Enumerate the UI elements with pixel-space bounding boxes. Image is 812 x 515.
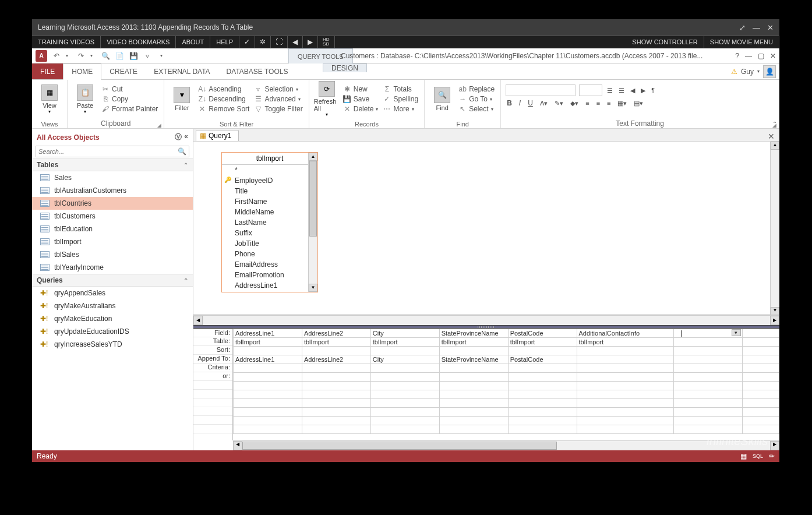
nav-table-tblyearlyincome[interactable]: tblYearlyIncome	[32, 261, 193, 274]
field-addressline1[interactable]: AddressLine1	[222, 280, 317, 291]
qbe-cell[interactable]	[302, 390, 370, 399]
qbe-cell[interactable]	[673, 329, 742, 338]
qbe-cell[interactable]	[302, 373, 370, 382]
tab-home[interactable]: HOME	[63, 64, 101, 80]
fullscreen-icon[interactable]: ⛶	[271, 36, 288, 48]
ltr-icon[interactable]: ¶	[650, 86, 656, 94]
qbe-cell[interactable]	[673, 338, 742, 347]
qbe-cell[interactable]: tblImport	[234, 338, 302, 347]
window-restore-icon[interactable]: ▢	[758, 52, 764, 60]
menu-video-bookmarks[interactable]: VIDEO BOOKMARKS	[101, 36, 176, 48]
qbe-cell[interactable]	[370, 373, 439, 382]
toggle-filter-button[interactable]: ▽Toggle Filter	[253, 104, 303, 114]
nav-section-queries[interactable]: Queries⌃	[32, 274, 193, 287]
bullets-icon[interactable]: ☰	[606, 86, 614, 95]
qbe-cell[interactable]	[508, 373, 577, 382]
nav-table-tblimport[interactable]: tblImport	[32, 235, 193, 248]
qbe-cell[interactable]	[673, 408, 742, 417]
delete-record-button[interactable]: ✕Delete ▾	[342, 104, 380, 114]
qbe-cell[interactable]	[508, 347, 577, 355]
menu-help[interactable]: HELP	[210, 36, 239, 48]
tab-design[interactable]: DESIGN	[323, 64, 367, 72]
qbe-cell[interactable]	[439, 347, 508, 355]
redo-icon[interactable]: ↷	[76, 51, 86, 61]
qbe-cell[interactable]	[302, 382, 370, 390]
qbe-cell[interactable]	[370, 364, 439, 373]
field-list-scrollbar[interactable]: ▲ ▼	[308, 153, 317, 292]
gear-icon[interactable]: ✲	[255, 36, 271, 48]
field-emailpromotion[interactable]: EmailPromotion	[222, 270, 317, 280]
qbe-cell[interactable]	[439, 399, 508, 408]
qbe-cell[interactable]	[577, 364, 673, 373]
qbe-cell[interactable]	[673, 390, 742, 399]
minimize-icon[interactable]: —	[753, 23, 760, 32]
qbe-cell[interactable]: tblImport	[577, 338, 673, 347]
qbe-cell[interactable]	[508, 390, 577, 399]
qbe-cell[interactable]	[234, 408, 302, 417]
save-record-button[interactable]: 💾Save	[342, 94, 380, 104]
qbe-cell[interactable]: City	[370, 355, 439, 364]
field-lastname[interactable]: LastName	[222, 217, 317, 228]
qbe-cell[interactable]: AddressLine2	[302, 329, 370, 338]
qbe-cell[interactable]	[508, 399, 577, 408]
save-icon[interactable]: 💾	[129, 51, 138, 61]
format-painter-button[interactable]: 🖌Format Painter	[100, 104, 159, 114]
qbe-cell[interactable]	[439, 408, 508, 417]
qbe-cell[interactable]	[673, 417, 742, 425]
redo-dropdown-icon[interactable]: ▾	[87, 51, 96, 61]
qbe-cell[interactable]	[577, 347, 673, 355]
qbe-cell[interactable]	[302, 399, 370, 408]
totals-button[interactable]: ΣTotals	[382, 84, 419, 94]
prev-icon[interactable]: ◀	[288, 36, 303, 48]
qbe-cell[interactable]: tblImport	[370, 338, 439, 347]
tab-database-tools[interactable]: DATABASE TOOLS	[218, 64, 296, 79]
qbe-cell[interactable]	[302, 364, 370, 373]
qbe-cell[interactable]	[439, 390, 508, 399]
help-icon[interactable]: ?	[735, 52, 739, 60]
select-button[interactable]: ↖Select ▾	[457, 104, 496, 114]
qbe-cell[interactable]	[234, 382, 302, 390]
user-avatar[interactable]: 👤	[763, 65, 776, 78]
indent-dec-icon[interactable]: ◀	[629, 86, 636, 95]
qbe-cell[interactable]: AdditionalContactInfo	[577, 329, 673, 338]
close-icon[interactable]: ✕	[767, 23, 774, 32]
table-tblimport[interactable]: tblImport *EmployeeIDTitleFirstNameMiddl…	[221, 152, 318, 292]
qbe-cell[interactable]	[577, 373, 673, 382]
design-view-icon[interactable]: ✏	[769, 452, 775, 460]
nav-section-tables[interactable]: Tables⌃	[32, 158, 193, 171]
qbe-cell[interactable]	[439, 373, 508, 382]
copy-button[interactable]: ⎘Copy	[100, 94, 159, 104]
hd-icon[interactable]: HDSD	[318, 36, 335, 48]
qbe-cell[interactable]	[370, 347, 439, 355]
nav-table-tblaustraliancustomers[interactable]: tblAustralianCustomers	[32, 184, 193, 197]
qbe-cell[interactable]: StateProvinceName	[439, 329, 508, 338]
user-dropdown-icon[interactable]: ▾	[757, 69, 760, 74]
fill-icon[interactable]: ◆▾	[569, 99, 580, 108]
indent-inc-icon[interactable]: ▶	[640, 86, 647, 95]
print-preview-icon[interactable]: 🔍	[101, 51, 110, 61]
remove-sort-button[interactable]: ✕Remove Sort	[197, 104, 250, 114]
underline-icon[interactable]: U	[527, 98, 534, 108]
qbe-cell[interactable]	[577, 425, 673, 434]
qbe-cell[interactable]	[234, 373, 302, 382]
qbe-cell[interactable]	[234, 347, 302, 355]
ribbon-collapse-icon[interactable]: ⌃	[772, 121, 777, 127]
goto-button[interactable]: →Go To ▾	[457, 94, 496, 104]
nav-table-tblsales[interactable]: tblSales	[32, 248, 193, 261]
field-addressline2[interactable]: AddressLine2	[222, 291, 317, 292]
nav-query-qryincreasesalesytd[interactable]: ✚!qryIncreaseSalesYTD	[32, 338, 193, 351]
paste-button[interactable]: 📋 Paste ▾	[72, 81, 98, 117]
menu-show-controller[interactable]: SHOW CONTROLLER	[626, 36, 704, 48]
qbe-cell[interactable]	[302, 425, 370, 434]
window-minimize-icon[interactable]: —	[745, 52, 752, 60]
qbe-cell[interactable]	[673, 382, 742, 390]
replace-button[interactable]: abReplace	[457, 84, 496, 94]
descending-button[interactable]: Z↓Descending	[197, 94, 250, 104]
field-middlename[interactable]: MiddleName	[222, 207, 317, 217]
field-emailaddress[interactable]: EmailAddress	[222, 259, 317, 270]
nav-table-tblcountries[interactable]: tblCountries	[32, 197, 193, 210]
undo-icon[interactable]: ↶	[52, 51, 61, 61]
qbe-cell[interactable]: AddressLine2	[302, 355, 370, 364]
qbe-cell[interactable]	[673, 425, 742, 434]
qbe-cell[interactable]	[577, 417, 673, 425]
